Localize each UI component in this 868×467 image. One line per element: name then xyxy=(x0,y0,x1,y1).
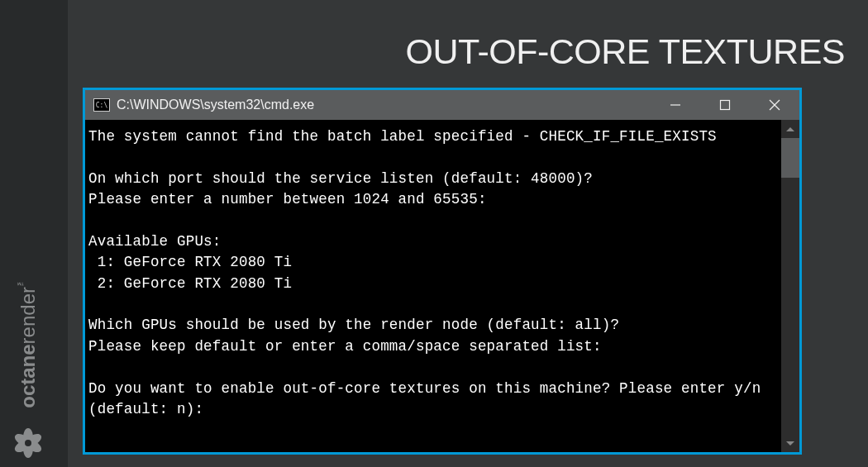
close-button[interactable] xyxy=(750,90,799,120)
minimize-button[interactable] xyxy=(651,90,700,120)
scroll-up-button[interactable] xyxy=(781,120,799,138)
octane-icon xyxy=(8,423,48,463)
cmd-output[interactable]: The system cannot find the batch label s… xyxy=(85,120,799,426)
cmd-window: C:\ C:\WINDOWS\system32\cmd.exe The syst… xyxy=(83,88,802,455)
brand-logo: octanerender™ xyxy=(8,279,48,463)
minimize-icon xyxy=(670,99,681,111)
cmd-title: C:\WINDOWS\system32\cmd.exe xyxy=(117,98,314,112)
maximize-icon xyxy=(719,99,731,111)
chevron-up-icon xyxy=(786,127,794,131)
scrollbar[interactable] xyxy=(781,120,799,452)
window-controls xyxy=(651,90,799,120)
chevron-down-icon xyxy=(786,441,794,446)
svg-rect-2 xyxy=(721,101,730,110)
scrollbar-thumb[interactable] xyxy=(781,138,799,178)
cmd-icon: C:\ xyxy=(93,98,110,112)
cmd-body: The system cannot find the batch label s… xyxy=(85,120,799,452)
scroll-down-button[interactable] xyxy=(781,434,799,452)
brand-text: octanerender™ xyxy=(17,279,40,408)
page-title: OUT-OF-CORE TEXTURES xyxy=(405,31,845,72)
svg-point-0 xyxy=(25,440,31,446)
close-icon xyxy=(769,99,780,111)
cmd-titlebar[interactable]: C:\ C:\WINDOWS\system32\cmd.exe xyxy=(85,90,799,120)
maximize-button[interactable] xyxy=(700,90,750,120)
